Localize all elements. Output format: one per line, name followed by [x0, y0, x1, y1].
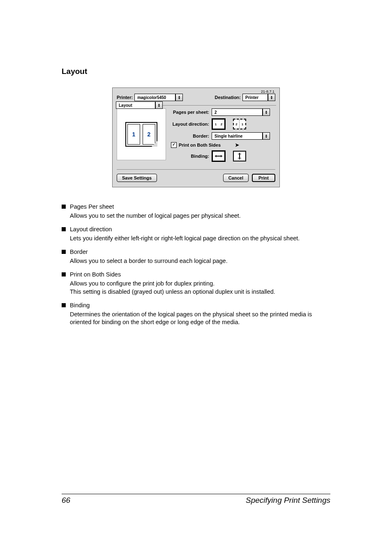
- section-title: Layout: [62, 67, 330, 76]
- print-both-sides-checkbox[interactable]: ✓: [171, 142, 177, 148]
- list-item: Layout direction Lets you identify eithe…: [62, 226, 330, 242]
- pages-per-sheet-select[interactable]: 2 ▲▼: [212, 108, 270, 116]
- preview-page-1: 1: [127, 124, 140, 145]
- border-select[interactable]: Single hairline ▲▼: [212, 132, 270, 140]
- save-settings-button[interactable]: Save Settings: [117, 174, 157, 182]
- dialog-version: 21-8.7.1: [261, 90, 274, 94]
- list-desc: Determines the orientation of the logica…: [70, 311, 330, 327]
- list-term: Layout direction: [70, 226, 300, 234]
- list-term: Print on Both Sides: [70, 271, 275, 279]
- page-curl-icon: [152, 141, 157, 147]
- pages-per-sheet-value: 2: [212, 108, 263, 116]
- list-term: Binding: [70, 302, 330, 310]
- printer-select[interactable]: magicolor5450 ▲▼: [134, 94, 183, 101]
- layout-direction-lr-icon[interactable]: 1 2: [212, 118, 226, 130]
- print-both-sides-label: Print on Both Sides: [179, 143, 221, 147]
- page-footer: 66 Specifying Print Settings: [62, 494, 330, 505]
- cursor-icon: ➤: [235, 142, 239, 148]
- tab-select-value: Layout: [116, 101, 155, 109]
- square-bullet-icon: [62, 250, 66, 254]
- layout-direction-label: Layout direction:: [170, 122, 209, 127]
- tab-select[interactable]: Layout ▲▼: [116, 101, 163, 109]
- tab-area: Layout ▲▼ 1 2 Pages per sheet: 2: [117, 106, 275, 164]
- cancel-button[interactable]: Cancel: [223, 174, 249, 182]
- square-bullet-icon: [62, 303, 66, 307]
- binding-long-edge-icon[interactable]: [212, 150, 226, 162]
- feature-list: Pages Per sheet Allows you to set the nu…: [62, 203, 330, 327]
- layout-dir-cell: 1: [240, 120, 245, 129]
- list-desc: Allows you to set the number of logical …: [70, 212, 241, 220]
- list-item: Binding Determines the orientation of th…: [62, 302, 330, 327]
- border-value: Single hairline: [212, 132, 263, 140]
- square-bullet-icon: [62, 272, 66, 276]
- dialog-top-row: Printer: magicolor5450 ▲▼ Destination: P…: [117, 94, 275, 101]
- layout-dialog: 21-8.7.1 Printer: magicolor5450 ▲▼ Desti…: [112, 88, 280, 187]
- border-label: Border:: [170, 134, 209, 138]
- printer-select-value: magicolor5450: [134, 94, 175, 101]
- binding-short-edge-icon[interactable]: [233, 151, 246, 161]
- list-desc: Lets you identify either left-right or r…: [70, 235, 300, 243]
- binding-label: Binding:: [170, 154, 209, 159]
- dialog-footer: Save Settings Cancel Print: [117, 169, 275, 182]
- square-bullet-icon: [62, 205, 66, 209]
- print-button[interactable]: Print: [252, 174, 275, 182]
- destination-label: Destination:: [214, 95, 241, 100]
- layout-dir-cell: 2: [219, 120, 224, 129]
- print-both-sides-row: ✓ Print on Both Sides ➤: [171, 142, 275, 148]
- page-layout-preview: 1 2: [117, 108, 166, 160]
- destination-select-value: Printer: [242, 94, 268, 101]
- layout-direction-rl-icon[interactable]: 2 1: [233, 119, 246, 129]
- list-term: Border: [70, 248, 228, 256]
- updown-icon: ▲▼: [155, 101, 163, 109]
- list-desc: Allows you to configure the print job fo…: [70, 280, 275, 296]
- list-desc: Allows you to select a border to surroun…: [70, 257, 228, 265]
- layout-dir-cell: 2: [234, 120, 240, 129]
- list-item: Border Allows you to select a border to …: [62, 248, 330, 265]
- destination-select[interactable]: Printer ▲▼: [242, 94, 275, 101]
- footer-title: Specifying Print Settings: [246, 496, 330, 505]
- updown-icon: ▲▼: [263, 132, 270, 140]
- page-number: 66: [62, 496, 70, 505]
- updown-icon: ▲▼: [175, 94, 183, 101]
- list-item: Print on Both Sides Allows you to config…: [62, 271, 330, 296]
- pages-per-sheet-label: Pages per sheet:: [170, 110, 209, 115]
- square-bullet-icon: [62, 227, 66, 231]
- updown-icon: ▲▼: [263, 108, 270, 116]
- list-term: Pages Per sheet: [70, 203, 241, 211]
- list-item: Pages Per sheet Allows you to set the nu…: [62, 203, 330, 220]
- updown-icon: ▲▼: [268, 94, 275, 101]
- printer-label: Printer:: [117, 95, 133, 100]
- layout-dir-cell: 1: [213, 120, 219, 129]
